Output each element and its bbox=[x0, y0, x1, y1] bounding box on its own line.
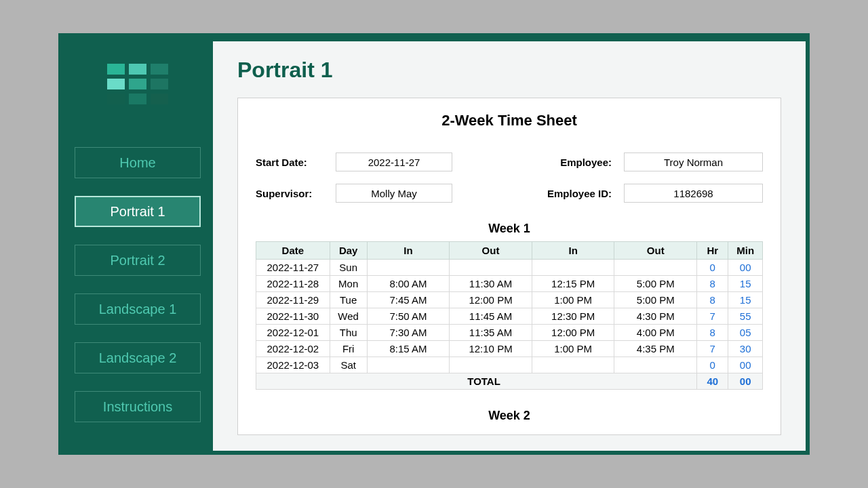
table-row: 2022-12-01Thu7:30 AM11:35 AM12:00 PM4:00… bbox=[256, 325, 763, 341]
cell-out2[interactable] bbox=[614, 357, 697, 373]
total-label: TOTAL bbox=[256, 373, 697, 390]
table-row: 2022-12-03Sat000 bbox=[256, 357, 763, 373]
page-title: Portrait 1 bbox=[237, 58, 781, 83]
sidebar-item-label: Portrait 2 bbox=[110, 253, 165, 268]
sidebar-item-label: Portrait 1 bbox=[110, 204, 165, 220]
col-day: Day bbox=[330, 242, 367, 260]
cell-out1[interactable] bbox=[450, 260, 532, 276]
cell-out1[interactable]: 11:45 AM bbox=[450, 308, 532, 325]
cell-in1[interactable]: 8:15 AM bbox=[367, 341, 450, 357]
logo-cell bbox=[107, 64, 125, 75]
table-row: 2022-11-27Sun000 bbox=[256, 260, 763, 276]
cell-out2[interactable]: 4:30 PM bbox=[614, 308, 697, 325]
cell-min: 15 bbox=[728, 276, 763, 292]
cell-out1[interactable]: 11:30 AM bbox=[450, 276, 532, 292]
cell-day: Wed bbox=[330, 308, 367, 325]
week1-title: Week 1 bbox=[256, 222, 763, 236]
employee-id-input[interactable] bbox=[624, 184, 763, 203]
meta-row-2: Supervisor: Employee ID: bbox=[256, 184, 763, 203]
cell-day: Thu bbox=[330, 325, 367, 341]
cell-out2[interactable]: 5:00 PM bbox=[614, 276, 697, 292]
cell-in2[interactable]: 1:00 PM bbox=[532, 341, 614, 357]
cell-day: Sun bbox=[330, 260, 367, 276]
meta-group-supervisor: Supervisor: bbox=[256, 184, 452, 203]
total-min: 00 bbox=[728, 373, 763, 390]
sidebar-item-portrait-2[interactable]: Portrait 2 bbox=[75, 245, 201, 276]
cell-date: 2022-11-29 bbox=[256, 292, 330, 308]
cell-date: 2022-11-27 bbox=[256, 260, 330, 276]
table-header-row: Date Day In Out In Out Hr Min bbox=[256, 242, 763, 260]
logo-cell bbox=[129, 79, 146, 89]
sidebar-item-label: Home bbox=[119, 155, 155, 171]
sidebar-item-label: Instructions bbox=[103, 399, 172, 415]
week2-title: Week 2 bbox=[256, 409, 763, 423]
meta-group-start-date: Start Date: bbox=[256, 152, 452, 171]
cell-out2[interactable]: 5:00 PM bbox=[614, 292, 697, 308]
cell-in2[interactable] bbox=[532, 260, 614, 276]
cell-day: Fri bbox=[330, 341, 367, 357]
cell-min: 00 bbox=[728, 260, 763, 276]
sidebar-item-label: Landscape 2 bbox=[99, 350, 177, 366]
cell-hr: 8 bbox=[697, 292, 728, 308]
logo-cell bbox=[107, 79, 125, 89]
label-employee-id: Employee ID: bbox=[537, 188, 612, 199]
app-window: Home Portrait 1 Portrait 2 Landscape 1 L… bbox=[58, 33, 810, 455]
sidebar-nav: Home Portrait 1 Portrait 2 Landscape 1 L… bbox=[75, 147, 201, 422]
cell-day: Tue bbox=[330, 292, 367, 308]
cell-date: 2022-11-28 bbox=[256, 276, 330, 292]
sidebar-item-portrait-1[interactable]: Portrait 1 bbox=[75, 196, 201, 227]
cell-min: 30 bbox=[728, 341, 763, 357]
sidebar-item-landscape-2[interactable]: Landscape 2 bbox=[75, 342, 201, 373]
cell-date: 2022-11-30 bbox=[256, 308, 330, 325]
col-out1: Out bbox=[450, 242, 532, 260]
cell-out1[interactable]: 12:10 PM bbox=[450, 341, 532, 357]
cell-in1[interactable]: 8:00 AM bbox=[367, 276, 450, 292]
cell-hr: 0 bbox=[697, 260, 728, 276]
week1-table: Date Day In Out In Out Hr Min 2022-11-27… bbox=[256, 241, 763, 390]
col-min: Min bbox=[728, 242, 763, 260]
meta-group-employee-id: Employee ID: bbox=[537, 184, 763, 203]
cell-in2[interactable]: 12:15 PM bbox=[532, 276, 614, 292]
cell-out2[interactable]: 4:00 PM bbox=[614, 325, 697, 341]
cell-in1[interactable]: 7:30 AM bbox=[367, 325, 450, 341]
employee-input[interactable] bbox=[624, 152, 763, 171]
cell-in2[interactable] bbox=[532, 357, 614, 373]
cell-in2[interactable]: 1:00 PM bbox=[532, 292, 614, 308]
cell-hr: 0 bbox=[697, 357, 728, 373]
cell-in1[interactable] bbox=[367, 260, 450, 276]
cell-in1[interactable]: 7:50 AM bbox=[367, 308, 450, 325]
table-row: 2022-11-29Tue7:45 AM12:00 PM1:00 PM5:00 … bbox=[256, 292, 763, 308]
sidebar-item-label: Landscape 1 bbox=[99, 302, 177, 317]
cell-date: 2022-12-01 bbox=[256, 325, 330, 341]
sidebar-item-instructions[interactable]: Instructions bbox=[75, 391, 201, 422]
cell-in2[interactable]: 12:30 PM bbox=[532, 308, 614, 325]
cell-out2[interactable] bbox=[614, 260, 697, 276]
cell-day: Mon bbox=[330, 276, 367, 292]
logo-cell bbox=[107, 94, 125, 104]
total-row: TOTAL 40 00 bbox=[256, 373, 763, 390]
supervisor-input[interactable] bbox=[336, 184, 452, 203]
cell-hr: 7 bbox=[697, 308, 728, 325]
total-hr: 40 bbox=[697, 373, 728, 390]
cell-out1[interactable] bbox=[450, 357, 532, 373]
table-row: 2022-11-30Wed7:50 AM11:45 AM12:30 PM4:30… bbox=[256, 308, 763, 325]
cell-hr: 7 bbox=[697, 341, 728, 357]
cell-out2[interactable]: 4:35 PM bbox=[614, 341, 697, 357]
start-date-input[interactable] bbox=[336, 152, 452, 171]
sheet-title: 2-Week Time Sheet bbox=[256, 112, 763, 129]
cell-in1[interactable]: 7:45 AM bbox=[367, 292, 450, 308]
cell-min: 15 bbox=[728, 292, 763, 308]
sidebar-item-landscape-1[interactable]: Landscape 1 bbox=[75, 293, 201, 325]
cell-in1[interactable] bbox=[367, 357, 450, 373]
cell-in2[interactable]: 12:00 PM bbox=[532, 325, 614, 341]
cell-out1[interactable]: 11:35 AM bbox=[450, 325, 532, 341]
cell-out1[interactable]: 12:00 PM bbox=[450, 292, 532, 308]
sidebar-item-home[interactable]: Home bbox=[75, 147, 201, 178]
col-out2: Out bbox=[614, 242, 697, 260]
col-in2: In bbox=[532, 242, 614, 260]
label-supervisor: Supervisor: bbox=[256, 188, 323, 199]
cell-day: Sat bbox=[330, 357, 367, 373]
label-start-date: Start Date: bbox=[256, 157, 323, 168]
cell-min: 55 bbox=[728, 308, 763, 325]
logo-cell bbox=[151, 64, 168, 75]
